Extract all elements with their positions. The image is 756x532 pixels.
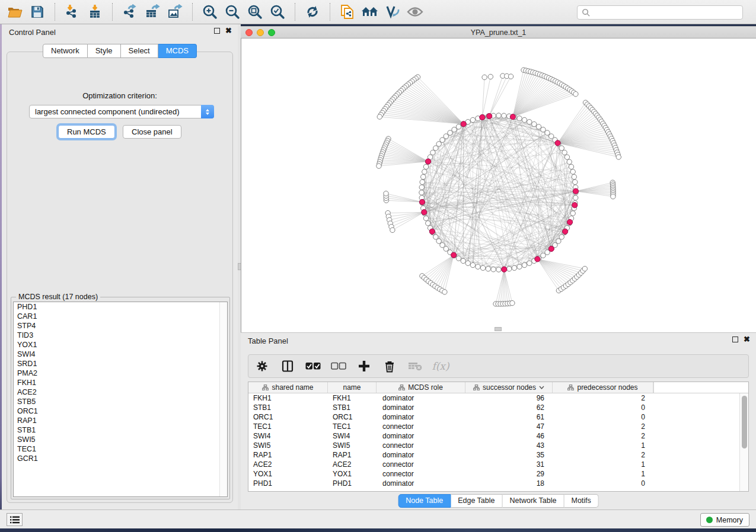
column-header-predecessor-nodes[interactable]: predecessor nodes xyxy=(553,382,653,393)
network-node[interactable] xyxy=(541,253,546,258)
network-node[interactable] xyxy=(510,300,515,305)
tab-network-table[interactable]: Network Table xyxy=(503,494,564,508)
mcds-result-item[interactable]: STP4 xyxy=(14,321,227,331)
select-all-checkboxes-icon[interactable] xyxy=(305,358,321,374)
mcds-hub-node[interactable] xyxy=(487,113,492,118)
clone-network-icon[interactable] xyxy=(336,2,359,22)
mcds-hub-node[interactable] xyxy=(429,229,435,234)
refresh-layout-icon[interactable] xyxy=(301,2,324,22)
network-node[interactable] xyxy=(573,196,578,200)
network-node[interactable] xyxy=(420,180,425,184)
export-table-icon[interactable] xyxy=(141,2,164,22)
export-image-icon[interactable] xyxy=(164,2,186,22)
run-mcds-button[interactable]: Run MCDS xyxy=(58,125,115,139)
column-header-shared-name[interactable]: shared name xyxy=(248,382,328,393)
network-node[interactable] xyxy=(436,142,441,146)
settings-gear-icon[interactable] xyxy=(254,358,270,374)
tab-select[interactable]: Select xyxy=(121,44,158,58)
mcds-result-item[interactable]: CAR1 xyxy=(14,312,227,321)
network-node[interactable] xyxy=(423,216,428,220)
network-node[interactable] xyxy=(570,169,575,174)
automation-panel-button[interactable] xyxy=(7,513,23,526)
network-node[interactable] xyxy=(456,256,461,261)
network-node[interactable] xyxy=(433,235,438,239)
network-node[interactable] xyxy=(616,155,621,159)
mcds-result-item[interactable]: FKH1 xyxy=(14,378,227,387)
network-node[interactable] xyxy=(496,267,501,272)
network-node[interactable] xyxy=(444,246,448,251)
network-node[interactable] xyxy=(442,290,447,294)
mcds-result-item[interactable]: TID3 xyxy=(14,331,227,340)
mcds-hub-node[interactable] xyxy=(573,188,578,194)
close-panel-icon[interactable]: ✖ xyxy=(225,28,232,34)
table-row[interactable]: YOX1YOX1connector291 xyxy=(248,469,739,479)
float-panel-icon[interactable] xyxy=(214,28,220,34)
table-row[interactable]: FKH1FKH1dominator962 xyxy=(248,393,739,403)
mcds-result-item[interactable]: GCR1 xyxy=(14,454,227,463)
network-node[interactable] xyxy=(456,124,461,129)
show-all-networks-icon[interactable] xyxy=(359,2,381,22)
network-node[interactable] xyxy=(419,190,424,195)
network-node[interactable] xyxy=(541,127,546,132)
add-column-icon[interactable] xyxy=(356,358,372,374)
network-node[interactable] xyxy=(532,121,537,126)
mcds-hub-node[interactable] xyxy=(502,267,507,272)
save-icon[interactable] xyxy=(26,2,49,22)
network-node[interactable] xyxy=(436,239,441,243)
network-node[interactable] xyxy=(559,235,564,239)
mcds-hub-node[interactable] xyxy=(548,246,554,251)
network-node[interactable] xyxy=(507,267,512,271)
network-node[interactable] xyxy=(508,74,513,79)
mcds-result-item[interactable]: STB1 xyxy=(14,425,227,435)
network-node[interactable] xyxy=(569,164,573,169)
network-node[interactable] xyxy=(448,130,452,135)
column-header-successor-nodes[interactable]: successor nodes xyxy=(465,382,553,393)
network-node[interactable] xyxy=(491,267,496,271)
mcds-result-list[interactable]: PHD1CAR1STP4TID3YOX1SWI4SRD1PMA2FKH1ACE2… xyxy=(13,302,228,497)
table-row[interactable]: STB1STB1dominator620 xyxy=(248,403,739,412)
tab-edge-table[interactable]: Edge Table xyxy=(451,494,502,508)
network-node[interactable] xyxy=(476,264,480,269)
optimization-criterion-select[interactable]: largest connected component (undirected) xyxy=(29,105,214,118)
network-node[interactable] xyxy=(461,258,465,263)
column-header-name[interactable]: name xyxy=(328,382,377,393)
network-node[interactable] xyxy=(517,264,522,269)
mcds-hub-node[interactable] xyxy=(567,219,572,225)
zoom-in-icon[interactable] xyxy=(199,2,221,22)
tab-node-table[interactable]: Node Table xyxy=(398,494,451,508)
mcds-result-item[interactable]: STB5 xyxy=(14,397,227,406)
close-panel-icon[interactable]: ✖ xyxy=(744,336,750,342)
table-row[interactable]: SWI5SWI5connector431 xyxy=(248,441,739,450)
network-node[interactable] xyxy=(486,267,490,271)
mcds-hub-node[interactable] xyxy=(563,229,568,234)
network-node[interactable] xyxy=(430,150,435,155)
splitter-handle[interactable] xyxy=(495,327,502,331)
network-node[interactable] xyxy=(611,194,615,199)
zoom-selected-icon[interactable] xyxy=(266,2,289,22)
table-row[interactable]: RAP1RAP1dominator352 xyxy=(248,450,739,460)
mcds-hub-node[interactable] xyxy=(451,252,457,258)
network-node[interactable] xyxy=(556,239,561,243)
mcds-result-item[interactable]: YOX1 xyxy=(14,340,227,350)
tab-mcds[interactable]: MCDS xyxy=(158,44,197,58)
search-box[interactable] xyxy=(577,5,743,20)
network-node[interactable] xyxy=(522,117,527,122)
network-node[interactable] xyxy=(440,137,445,142)
mcds-result-item[interactable]: SRD1 xyxy=(14,359,227,368)
network-node[interactable] xyxy=(582,266,587,271)
mcds-result-item[interactable]: ACE2 xyxy=(14,387,227,397)
mcds-hub-node[interactable] xyxy=(422,210,427,215)
network-node[interactable] xyxy=(384,191,388,196)
network-window-titlebar[interactable]: YPA_prune.txt_1 xyxy=(241,26,756,39)
float-panel-icon[interactable] xyxy=(732,336,738,342)
network-node[interactable] xyxy=(444,134,448,139)
network-node[interactable] xyxy=(570,211,575,216)
network-node[interactable] xyxy=(422,169,427,174)
tab-style[interactable]: Style xyxy=(88,44,121,58)
mcds-result-item[interactable]: PHD1 xyxy=(14,302,227,312)
network-node[interactable] xyxy=(440,243,445,248)
network-node[interactable] xyxy=(433,146,438,150)
network-node[interactable] xyxy=(522,262,527,267)
network-node[interactable] xyxy=(390,227,395,232)
network-node[interactable] xyxy=(423,164,428,169)
